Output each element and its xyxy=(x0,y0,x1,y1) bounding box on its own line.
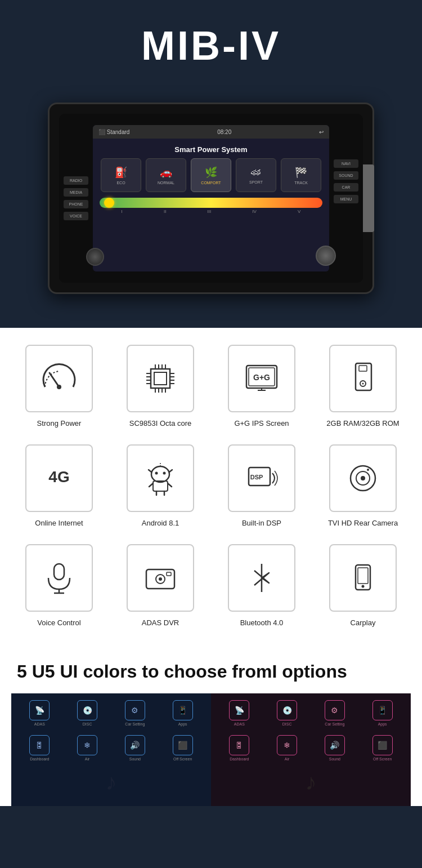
mode-comfort[interactable]: 🌿 COMFORT xyxy=(191,158,231,192)
sound-btn[interactable]: SOUND xyxy=(334,171,358,180)
phone-btn[interactable]: PHONE xyxy=(64,200,88,208)
main-screen: ⬛ Standard 08:20 ↩ Smart Power System ⛽ … xyxy=(93,125,329,271)
dvr-label: ADAS DVR xyxy=(142,618,179,627)
bottom-section: 5 U5 UI colors to choose fromI options 📡… xyxy=(0,644,422,806)
mode-track[interactable]: 🏁 TRACK xyxy=(281,158,321,192)
feature-bluetooth: Bluetooth 4.0 xyxy=(217,544,307,627)
offscreen-icon-dark: ⬛ xyxy=(173,735,193,755)
feature-dsp: DSP Built-in DSP xyxy=(217,444,307,527)
strong-power-label: Strong Power xyxy=(37,419,82,428)
feature-strong-power: Strong Power xyxy=(14,345,104,428)
unit-frame: RADIO MEDIA PHONE VOICE ⬛ Standard 08:20… xyxy=(48,103,374,294)
disc-icon-pink: 💿 xyxy=(277,700,297,720)
voice-icon-box xyxy=(25,544,93,612)
svg-line-31 xyxy=(149,470,151,472)
svg-point-46 xyxy=(367,469,369,471)
svg-line-32 xyxy=(169,470,172,472)
svg-line-39 xyxy=(168,483,172,487)
ui-item-adas-dark: 📡 ADAS xyxy=(18,700,61,726)
menu-btn[interactable]: MENU xyxy=(334,195,358,203)
slider-dot xyxy=(104,198,114,208)
music-note-dark: ♪ xyxy=(18,761,204,795)
ui-item-sound-dark: 🔊 Sound xyxy=(114,735,157,761)
ui-item-dashboard-dark: 🎛 Dashboard xyxy=(18,735,61,761)
ui-grid-dark: 📡 ADAS 💿 DISC ⚙ Car Setting 📱 Apps 🎛 xyxy=(18,700,204,761)
features-section-3: Voice Control ADAS DVR xyxy=(0,544,422,644)
unit-inner: RADIO MEDIA PHONE VOICE ⬛ Standard 08:20… xyxy=(59,114,363,283)
chip-label: SC9853I Octa core xyxy=(129,419,192,428)
bluetooth-label: Bluetooth 4.0 xyxy=(240,618,284,627)
ui-previews: 📡 ADAS 💿 DISC ⚙ Car Setting 📱 Apps 🎛 xyxy=(11,693,411,806)
carplay-icon xyxy=(343,558,383,598)
power-knob[interactable] xyxy=(86,248,104,266)
radio-btn[interactable]: RADIO xyxy=(64,176,88,185)
gg-screen-icon: G+G xyxy=(242,359,281,398)
bracket xyxy=(363,164,374,232)
volume-knob[interactable] xyxy=(316,246,336,266)
mode-normal[interactable]: 🚗 NORMAL xyxy=(146,158,186,192)
car-unit-image: RADIO MEDIA PHONE VOICE ⬛ Standard 08:20… xyxy=(37,91,385,305)
ui-preview-pink: 📡 ADAS 💿 DISC ⚙ Car Setting 📱 Apps 🎛 xyxy=(211,693,411,806)
feature-screen: G+G G+G IPS Screen xyxy=(217,345,307,428)
car-btn[interactable]: CAR xyxy=(334,183,358,192)
bottom-title: 5 U5 UI colors to choose fromI options xyxy=(11,655,411,693)
screen-topbar: ⬛ Standard 08:20 ↩ xyxy=(93,125,329,139)
car-unit-section: RADIO MEDIA PHONE VOICE ⬛ Standard 08:20… xyxy=(0,80,422,328)
apps-icon-dark: 📱 xyxy=(173,700,193,720)
svg-point-34 xyxy=(163,472,166,475)
features-grid-3: Voice Control ADAS DVR xyxy=(14,544,408,627)
ui-item-apps-dark: 📱 Apps xyxy=(161,700,204,726)
eco-label: ECO xyxy=(116,181,125,185)
mode-sport[interactable]: 🏎 SPORT xyxy=(236,158,276,192)
voice-label: Voice Control xyxy=(37,618,80,627)
air-icon-dark: ❄ xyxy=(77,735,97,755)
features-section-1: Strong Power xyxy=(0,328,422,444)
camera-icon-box xyxy=(329,444,397,512)
eco-icon: ⛽ xyxy=(115,166,127,179)
sport-icon: 🏎 xyxy=(251,166,261,178)
track-icon: 🏁 xyxy=(295,166,307,179)
android-icon-box xyxy=(127,444,194,512)
feature-carplay: Carplay xyxy=(318,544,408,627)
ui-item-offscreen-dark: ⬛ Off Screen xyxy=(161,735,204,761)
svg-point-33 xyxy=(155,472,158,475)
voice-btn[interactable]: VOICE xyxy=(64,212,88,220)
ui-item-air-pink: ❄ Air xyxy=(266,735,309,761)
screen-title: Smart Power System xyxy=(93,139,329,158)
feature-voice: Voice Control xyxy=(14,544,104,627)
slider-marks: I II III IV V xyxy=(93,208,329,215)
mode-eco[interactable]: ⛽ ECO xyxy=(101,158,141,192)
power-slider[interactable] xyxy=(100,198,322,208)
ui-item-sound-pink: 🔊 Sound xyxy=(313,735,357,761)
4g-icon-box: 4G xyxy=(25,444,93,512)
4g-label: Online Internet xyxy=(35,519,83,527)
sound-icon-pink: 🔊 xyxy=(325,735,345,755)
air-icon-pink: ❄ xyxy=(277,735,297,755)
svg-point-30 xyxy=(151,466,169,482)
carplay-label: Carplay xyxy=(351,618,376,627)
media-btn[interactable]: MEDIA xyxy=(64,188,88,197)
ui-item-offscreen-pink: ⬛ Off Screen xyxy=(361,735,404,761)
navi-btn[interactable]: NAVI xyxy=(334,159,358,168)
mic-icon xyxy=(39,558,79,598)
ui-item-apps-pink: 📱 Apps xyxy=(361,700,404,726)
sport-label: SPORT xyxy=(249,180,263,184)
dashboard-icon-pink: 🎛 xyxy=(229,735,249,755)
carplay-icon-box xyxy=(329,544,397,612)
bluetooth-icon-box xyxy=(228,544,295,612)
storage-icon-box xyxy=(329,345,397,412)
svg-point-45 xyxy=(361,476,365,480)
apps-icon-pink: 📱 xyxy=(372,700,393,720)
ui-item-adas-pink: 📡 ADAS xyxy=(218,700,261,726)
android-icon xyxy=(141,459,180,498)
speedometer-icon xyxy=(39,359,79,398)
svg-rect-56 xyxy=(358,568,368,584)
storage-label: 2GB RAM/32GB ROM xyxy=(326,419,399,428)
chip-icon-box xyxy=(127,345,194,412)
track-label: TRACK xyxy=(294,181,308,185)
dvr-icon-box xyxy=(127,544,194,612)
ui-grid-pink: 📡 ADAS 💿 DISC ⚙ Car Setting 📱 Apps 🎛 xyxy=(218,700,404,761)
svg-line-38 xyxy=(149,483,153,487)
strong-power-icon-box xyxy=(25,345,93,412)
features-section-2: 4G Online Internet xyxy=(0,444,422,544)
